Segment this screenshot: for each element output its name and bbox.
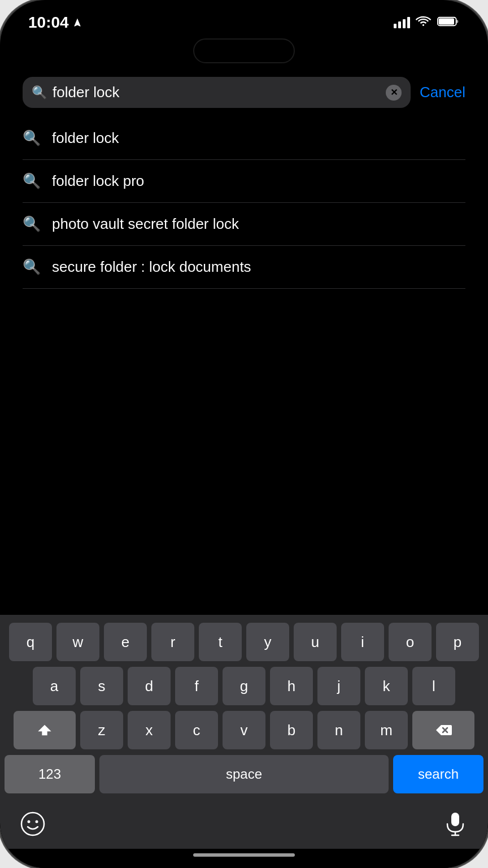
key-m[interactable]: m [365, 711, 408, 749]
key-q[interactable]: q [9, 623, 52, 661]
key-k[interactable]: k [365, 667, 408, 705]
search-bar-container: 🔍 folder lock ✕ Cancel [0, 68, 488, 117]
clear-button[interactable]: ✕ [386, 85, 402, 101]
time-display: 10:04 [28, 14, 69, 32]
signal-bars [394, 17, 410, 28]
key-j[interactable]: j [317, 667, 360, 705]
key-c[interactable]: c [175, 711, 218, 749]
signal-bar-1 [394, 24, 396, 28]
location-icon [72, 18, 82, 28]
key-s[interactable]: s [80, 667, 123, 705]
signal-bar-4 [407, 17, 410, 28]
microphone-button[interactable] [439, 808, 471, 840]
clear-icon: ✕ [390, 88, 398, 97]
keyboard-row-1: q w e r t y u i o p [5, 623, 483, 661]
keyboard: q w e r t y u i o p a s d f g h j k [0, 615, 488, 802]
key-r[interactable]: r [151, 623, 194, 661]
suggestion-search-icon-3: 🔍 [23, 215, 41, 233]
key-l[interactable]: l [412, 667, 455, 705]
key-delete[interactable] [412, 711, 474, 749]
screen: 10:04 [0, 0, 488, 868]
key-t[interactable]: t [199, 623, 242, 661]
key-o[interactable]: o [389, 623, 432, 661]
signal-bar-3 [403, 19, 406, 28]
suggestion-item-1[interactable]: 🔍 folder lock [23, 117, 465, 160]
key-y[interactable]: y [246, 623, 289, 661]
keyboard-row-3: z x c v b n m [5, 711, 483, 749]
emoji-button[interactable] [17, 808, 49, 840]
main-content [0, 289, 488, 615]
key-b[interactable]: b [270, 711, 313, 749]
search-bar[interactable]: 🔍 folder lock ✕ [23, 77, 411, 108]
suggestion-item-3[interactable]: 🔍 photo vault secret folder lock [23, 203, 465, 246]
keyboard-accessories [0, 802, 488, 849]
battery-icon [437, 16, 460, 29]
key-d[interactable]: d [128, 667, 171, 705]
key-shift[interactable] [14, 711, 76, 749]
svg-point-5 [36, 821, 38, 823]
status-icons [394, 16, 460, 29]
suggestion-item-2[interactable]: 🔍 folder lock pro [23, 160, 465, 203]
status-time: 10:04 [28, 14, 82, 32]
suggestion-text-2: folder lock pro [52, 172, 144, 190]
svg-rect-2 [456, 20, 459, 23]
shift-icon [37, 722, 53, 738]
suggestion-search-icon-4: 🔍 [23, 258, 41, 276]
suggestion-text-1: folder lock [52, 129, 119, 147]
delete-icon [435, 724, 452, 736]
suggestion-text-3: photo vault secret folder lock [52, 215, 239, 233]
key-p[interactable]: p [436, 623, 479, 661]
key-z[interactable]: z [80, 711, 123, 749]
microphone-icon [445, 811, 465, 836]
key-numbers[interactable]: 123 [5, 755, 95, 793]
key-v[interactable]: v [223, 711, 265, 749]
signal-bar-2 [398, 21, 401, 28]
keyboard-bottom-row: 123 space search [5, 755, 483, 793]
key-space[interactable]: space [99, 755, 389, 793]
svg-point-3 [21, 813, 44, 835]
wifi-icon [416, 16, 432, 29]
key-h[interactable]: h [270, 667, 313, 705]
phone-frame: 10:04 [0, 0, 488, 868]
svg-point-4 [28, 821, 30, 823]
key-u[interactable]: u [294, 623, 337, 661]
dynamic-island [193, 38, 295, 63]
key-f[interactable]: f [175, 667, 218, 705]
key-g[interactable]: g [223, 667, 265, 705]
key-x[interactable]: x [128, 711, 171, 749]
key-i[interactable]: i [341, 623, 384, 661]
cancel-button[interactable]: Cancel [420, 84, 465, 101]
home-indicator [0, 849, 488, 868]
keyboard-row-2: a s d f g h j k l [5, 667, 483, 705]
key-e[interactable]: e [104, 623, 147, 661]
suggestion-text-4: secure folder : lock documents [52, 258, 251, 276]
search-bar-icon: 🔍 [32, 85, 47, 100]
key-n[interactable]: n [317, 711, 360, 749]
suggestions-list: 🔍 folder lock 🔍 folder lock pro 🔍 photo … [0, 117, 488, 289]
key-search[interactable]: search [393, 755, 483, 793]
home-bar [193, 853, 295, 857]
svg-rect-6 [451, 813, 459, 826]
suggestion-search-icon-2: 🔍 [23, 172, 41, 190]
search-input[interactable]: folder lock [53, 84, 380, 101]
suggestion-search-icon-1: 🔍 [23, 129, 41, 147]
key-a[interactable]: a [33, 667, 76, 705]
suggestion-item-4[interactable]: 🔍 secure folder : lock documents [23, 246, 465, 289]
svg-rect-1 [439, 19, 454, 25]
status-bar: 10:04 [0, 0, 488, 34]
key-w[interactable]: w [56, 623, 99, 661]
emoji-icon [20, 811, 45, 836]
